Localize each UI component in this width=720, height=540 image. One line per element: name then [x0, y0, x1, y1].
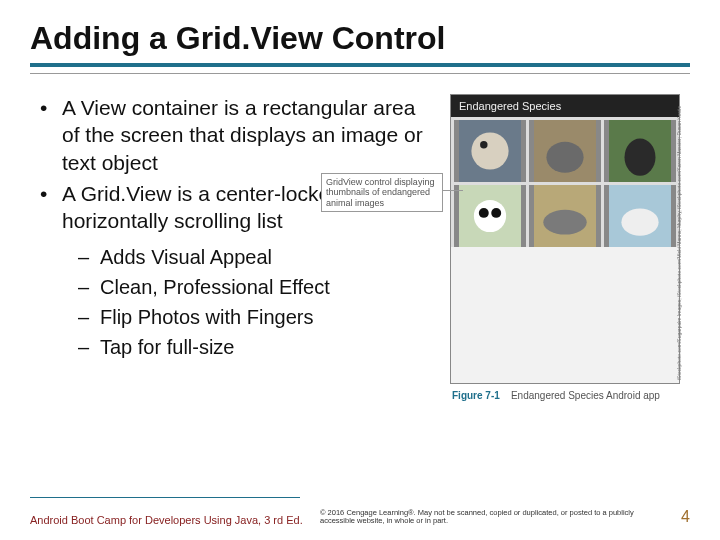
svg-point-10: [491, 208, 501, 218]
title-underline-thin: [30, 73, 690, 74]
app-header: Endangered Species: [451, 95, 679, 117]
callout-leader: [443, 190, 463, 191]
footer-book-title: Android Boot Camp for Developers Using J…: [30, 514, 310, 526]
svg-point-8: [474, 200, 506, 232]
footer-rule: [30, 497, 300, 498]
sub-bullet-item: Flip Photos with Fingers: [78, 304, 430, 330]
text-column: A View container is a rectangular area o…: [30, 94, 430, 401]
sub-bullet-item: Adds Visual Appeal: [78, 244, 430, 270]
thumb-eagle: [454, 120, 526, 182]
svg-point-12: [543, 210, 586, 235]
figure-number: Figure 7-1: [452, 390, 500, 401]
slide: Adding a Grid.View Control A View contai…: [0, 0, 720, 540]
svg-point-1: [471, 132, 508, 169]
image-grid: [451, 117, 679, 247]
figure-caption-text: Endangered Species Android app: [511, 390, 660, 401]
svg-point-14: [621, 209, 658, 236]
footer: Android Boot Camp for Developers Using J…: [30, 508, 690, 526]
sub-bullet-list: Adds Visual Appeal Clean, Professional E…: [30, 244, 430, 360]
figure-caption: Figure 7-1 Endangered Species Android ap…: [452, 390, 690, 401]
svg-point-6: [625, 139, 656, 176]
page-number: 4: [660, 508, 690, 526]
footer-copyright: © 2016 Cengage Learning®. May not be sca…: [320, 509, 650, 526]
callout-label: GridView control displaying thumbnails o…: [321, 173, 443, 212]
thumb-polarbear: [604, 185, 676, 247]
bullet-list: A View container is a rectangular area o…: [30, 94, 430, 234]
device-mock: Endangered Species: [450, 94, 680, 384]
svg-point-2: [480, 141, 487, 148]
sub-bullet-item: Tap for full-size: [78, 334, 430, 360]
sub-bullet-item: Clean, Professional Effect: [78, 274, 430, 300]
slide-title: Adding a Grid.View Control: [30, 20, 690, 57]
content-row: A View container is a rectangular area o…: [30, 94, 690, 401]
bullet-item: A View container is a rectangular area o…: [40, 94, 430, 176]
figure-column: Endangered Species: [440, 94, 690, 401]
svg-point-4: [546, 142, 583, 173]
thumb-gorilla: [604, 120, 676, 182]
thumb-rhino: [529, 185, 601, 247]
title-underline: [30, 63, 690, 67]
app-title: Endangered Species: [459, 100, 561, 112]
svg-point-9: [479, 208, 489, 218]
thumb-panda: [454, 185, 526, 247]
thumb-elephant: [529, 120, 601, 182]
image-credits: iStockphoto.com/Sugarpalm Images; iStock…: [677, 100, 689, 380]
